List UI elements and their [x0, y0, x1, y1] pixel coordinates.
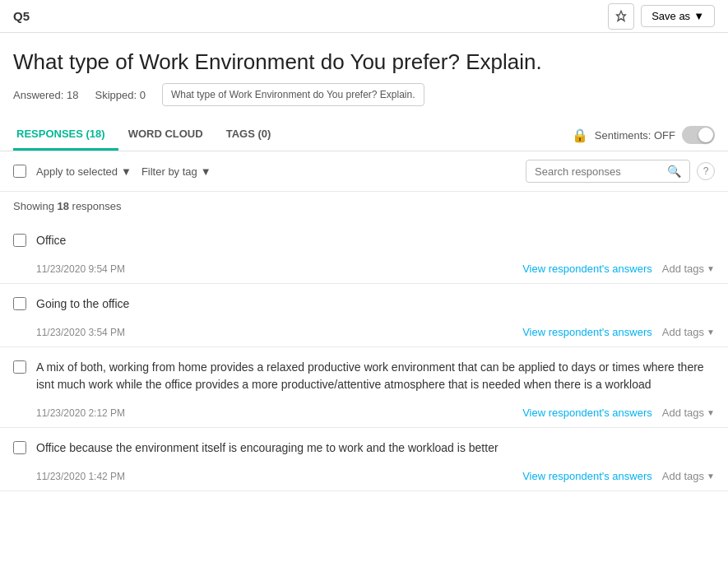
chevron-down-icon: ▼ — [693, 10, 704, 22]
response-content: Office 11/23/2020 9:54 PM View responden… — [36, 232, 715, 283]
response-footer: 11/23/2020 3:54 PM View respondent's ans… — [36, 319, 715, 346]
question-section: What type of Work Environment do You pre… — [0, 33, 728, 113]
response-item: Office because the environment itself is… — [0, 428, 728, 491]
response-row: Office 11/23/2020 9:54 PM View responden… — [13, 232, 715, 283]
sentiments-area: 🔒 Sentiments: OFF — [572, 126, 715, 144]
response-checkbox[interactable] — [13, 297, 26, 310]
lock-icon: 🔒 — [572, 128, 588, 143]
help-button[interactable]: ? — [697, 162, 715, 180]
response-date: 11/23/2020 9:54 PM — [36, 263, 125, 275]
search-icon: 🔍 — [667, 165, 681, 178]
top-bar-actions: Save as ▼ — [608, 3, 715, 30]
response-date: 11/23/2020 2:12 PM — [36, 407, 125, 419]
response-checkbox[interactable] — [13, 360, 26, 374]
add-tags-button[interactable]: Add tags ▼ — [662, 407, 715, 419]
sentiments-toggle[interactable] — [682, 126, 715, 144]
response-content: Office because the environment itself is… — [36, 439, 715, 490]
answered-count: Answered: 18 — [13, 89, 79, 101]
response-text: Going to the office — [36, 295, 715, 313]
add-tags-chevron-icon: ▼ — [707, 408, 715, 417]
view-answers-link[interactable]: View respondent's answers — [522, 470, 652, 482]
tabs-bar: RESPONSES (18) WORD CLOUD TAGS (0) 🔒 Sen… — [0, 119, 728, 151]
question-meta: Answered: 18 Skipped: 0 What type of Wor… — [13, 83, 715, 106]
add-tags-chevron-icon: ▼ — [707, 264, 715, 273]
response-row: Going to the office 11/23/2020 3:54 PM V… — [13, 295, 715, 346]
response-actions: View respondent's answers Add tags ▼ — [522, 470, 715, 482]
question-id: Q5 — [13, 9, 30, 23]
add-tags-button[interactable]: Add tags ▼ — [662, 263, 715, 275]
response-actions: View respondent's answers Add tags ▼ — [522, 263, 715, 275]
filter-chevron-icon: ▼ — [201, 165, 211, 178]
response-actions: View respondent's answers Add tags ▼ — [522, 326, 715, 338]
response-actions: View respondent's answers Add tags ▼ — [522, 407, 715, 419]
sentiments-label: Sentiments: OFF — [595, 129, 675, 142]
select-all-checkbox[interactable] — [13, 165, 26, 178]
add-tags-button[interactable]: Add tags ▼ — [662, 326, 715, 338]
add-tags-chevron-icon: ▼ — [707, 472, 715, 481]
skipped-count: Skipped: 0 — [95, 89, 146, 101]
apply-to-selected-button[interactable]: Apply to selected ▼ — [36, 165, 132, 178]
response-checkbox[interactable] — [13, 234, 26, 247]
question-title: What type of Work Environment do You pre… — [13, 49, 715, 75]
response-date: 11/23/2020 1:42 PM — [36, 471, 125, 482]
pin-button[interactable] — [608, 3, 634, 30]
response-footer: 11/23/2020 9:54 PM View respondent's ans… — [36, 256, 715, 283]
add-tags-button[interactable]: Add tags ▼ — [662, 470, 715, 482]
tab-tags[interactable]: TAGS (0) — [223, 119, 285, 151]
response-date: 11/23/2020 3:54 PM — [36, 327, 125, 338]
response-checkbox[interactable] — [13, 441, 26, 454]
view-answers-link[interactable]: View respondent's answers — [522, 263, 652, 275]
response-count: 18 — [57, 200, 68, 212]
question-tooltip: What type of Work Environment do You pre… — [162, 83, 424, 106]
response-item: Office 11/23/2020 9:54 PM View responden… — [0, 221, 728, 284]
response-content: Going to the office 11/23/2020 3:54 PM V… — [36, 295, 715, 346]
save-as-button[interactable]: Save as ▼ — [641, 5, 715, 27]
response-footer: 11/23/2020 2:12 PM View respondent's ans… — [36, 400, 715, 427]
response-text: Office because the environment itself is… — [36, 439, 715, 457]
search-input[interactable] — [535, 165, 662, 178]
response-text: Office — [36, 232, 715, 249]
add-tags-chevron-icon: ▼ — [707, 328, 715, 337]
toolbar: Apply to selected ▼ Filter by tag ▼ 🔍 ? — [0, 151, 728, 192]
top-bar: Q5 Save as ▼ — [0, 0, 728, 33]
tab-wordcloud[interactable]: WORD CLOUD — [125, 119, 216, 151]
search-box: 🔍 — [526, 160, 690, 183]
filter-by-tag-button[interactable]: Filter by tag ▼ — [141, 165, 211, 178]
response-item: Going to the office 11/23/2020 3:54 PM V… — [0, 284, 728, 347]
response-text: A mix of both, working from home provide… — [36, 359, 715, 393]
showing-bar: Showing 18 responses — [0, 192, 728, 221]
response-footer: 11/23/2020 1:42 PM View respondent's ans… — [36, 463, 715, 490]
view-answers-link[interactable]: View respondent's answers — [522, 326, 652, 338]
response-row: Office because the environment itself is… — [13, 439, 715, 490]
response-content: A mix of both, working from home provide… — [36, 359, 715, 427]
response-row: A mix of both, working from home provide… — [13, 359, 715, 427]
search-area: 🔍 ? — [526, 160, 715, 183]
response-item: A mix of both, working from home provide… — [0, 347, 728, 428]
tab-responses[interactable]: RESPONSES (18) — [13, 119, 118, 151]
view-answers-link[interactable]: View respondent's answers — [522, 407, 652, 419]
toggle-knob — [698, 128, 713, 142]
apply-chevron-icon: ▼ — [121, 165, 132, 178]
responses-list: Office 11/23/2020 9:54 PM View responden… — [0, 221, 728, 491]
